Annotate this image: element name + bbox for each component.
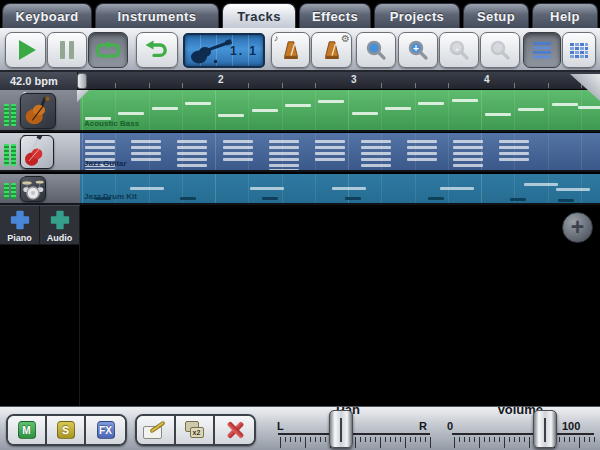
track-row: 3 Jazz Drum Kit (0, 174, 600, 205)
tab-instruments[interactable]: Instruments (95, 3, 219, 28)
gear-icon: ⚙ (341, 33, 350, 44)
instrument-position-display[interactable]: 1. 1 (183, 33, 265, 68)
midi-note (453, 152, 483, 155)
ruler-tick (430, 437, 431, 448)
bpm-display[interactable]: 42.0 bpm (0, 72, 78, 90)
midi-note (361, 152, 391, 155)
midi-note (407, 146, 437, 149)
midi-note (499, 152, 529, 155)
pan-right-label: R (419, 420, 427, 432)
beat-gridline (415, 174, 416, 203)
guitar-icon (188, 38, 234, 66)
ruler-tick (285, 437, 286, 442)
upright-bass-icon (21, 94, 55, 128)
ruler-tick (474, 437, 475, 442)
zoom-out-button[interactable]: - (439, 32, 479, 68)
add-audio-track-button[interactable]: Audio (40, 206, 80, 244)
add-piano-track-button[interactable]: Piano (0, 206, 40, 244)
midi-note (85, 146, 115, 149)
tab-effects[interactable]: Effects (299, 3, 371, 28)
track-header-jazz-drum-kit[interactable]: 3 (0, 174, 80, 205)
select-zoom-tool-button[interactable] (356, 32, 396, 68)
track-controls-bar: M S FX x2 Pan L R Volume 0 100 (0, 406, 600, 450)
track-clip[interactable]: Jazz Guitar (80, 133, 600, 172)
beat-gridline (315, 174, 316, 203)
zoom-in-icon: + (407, 39, 429, 61)
instrument-tile-button[interactable] (20, 93, 56, 129)
ruler-tick (499, 437, 500, 442)
volume-slider-track[interactable] (452, 433, 594, 435)
track-header-acoustic-bass[interactable]: 1 (0, 90, 80, 132)
pan-slider-track[interactable] (278, 433, 430, 435)
tab-projects[interactable]: Projects (374, 3, 460, 28)
midi-note (269, 169, 299, 172)
loop-button[interactable] (88, 32, 128, 68)
zoom-in-button[interactable]: + (398, 32, 438, 68)
track-row: 2 Jazz Guitar (0, 133, 600, 172)
playhead-marker[interactable] (77, 73, 87, 89)
ruler-tick (504, 437, 505, 448)
midi-note (318, 100, 344, 103)
duplicate-button[interactable]: x2 (176, 416, 215, 444)
mute-icon: M (18, 421, 36, 439)
midi-note (130, 187, 164, 190)
ruler-tick (589, 437, 590, 442)
midi-note (578, 106, 600, 109)
solo-button[interactable]: S (47, 416, 86, 444)
zoom-fit-icon (489, 39, 511, 61)
metronome-settings-button[interactable]: ⚙ (311, 32, 352, 68)
track-clip[interactable]: Acoustic Bass (80, 90, 600, 132)
beat-gridline (149, 90, 150, 130)
metronome-button[interactable]: ♪ (271, 32, 310, 68)
pan-slider-handle[interactable] (329, 410, 353, 448)
plus-icon (9, 209, 31, 231)
ruler-tick (310, 437, 311, 442)
midi-note (85, 140, 115, 143)
midi-note (185, 102, 211, 105)
delete-button[interactable] (215, 416, 254, 444)
instrument-tile-button[interactable] (20, 135, 54, 169)
ruler-tick (469, 437, 470, 442)
midi-note (510, 198, 526, 201)
volume-slider-handle[interactable] (533, 410, 557, 448)
timeline-ruler[interactable]: 42.0 bpm 234 (0, 72, 600, 90)
track-clip[interactable]: Jazz Drum Kit (80, 174, 600, 205)
track-header-jazz-guitar[interactable]: 2 (0, 133, 80, 172)
midi-note (177, 140, 207, 143)
zoom-fit-button[interactable] (480, 32, 520, 68)
tab-setup[interactable]: Setup (463, 3, 529, 28)
pause-button[interactable] (47, 32, 87, 68)
track-list-view-button[interactable] (523, 32, 561, 68)
volume-min-label: 0 (447, 420, 453, 432)
add-region-button[interactable]: + (562, 212, 593, 243)
tab-help[interactable]: Help (532, 3, 598, 28)
ruler-tick (559, 437, 560, 442)
tracks-workspace: 1 Acoustic Bass 2 (0, 90, 600, 406)
instrument-tile-button[interactable] (20, 176, 46, 202)
beat-gridline (315, 90, 316, 130)
svg-text:-: - (455, 42, 459, 54)
mute-button[interactable]: M (8, 416, 47, 444)
transport-toolbar: 1. 1 ♪ ⚙ + - (0, 28, 600, 72)
beat-gridline (481, 174, 482, 203)
beat-tick (514, 83, 515, 88)
fx-button[interactable]: FX (86, 416, 125, 444)
beat-gridline (548, 174, 549, 203)
metronome-icon (281, 39, 301, 61)
midi-note (131, 158, 161, 161)
grid-view-button[interactable] (562, 32, 596, 68)
metronome-settings-icon (322, 39, 342, 61)
play-button[interactable] (5, 32, 46, 68)
plus-icon: + (563, 214, 592, 241)
music-studio-app: { "tabs": [ {"label": "Keyboard", "activ… (0, 0, 600, 450)
midi-note (180, 197, 196, 200)
tab-keyboard[interactable]: Keyboard (2, 3, 92, 28)
ruler-tick (365, 437, 366, 442)
midi-note (518, 108, 544, 111)
tab-tracks[interactable]: Tracks (222, 3, 296, 28)
edit-track-button[interactable] (137, 416, 176, 444)
midi-note (131, 152, 161, 155)
midi-note (453, 164, 483, 167)
undo-button[interactable] (136, 32, 178, 68)
midi-note (361, 140, 391, 143)
